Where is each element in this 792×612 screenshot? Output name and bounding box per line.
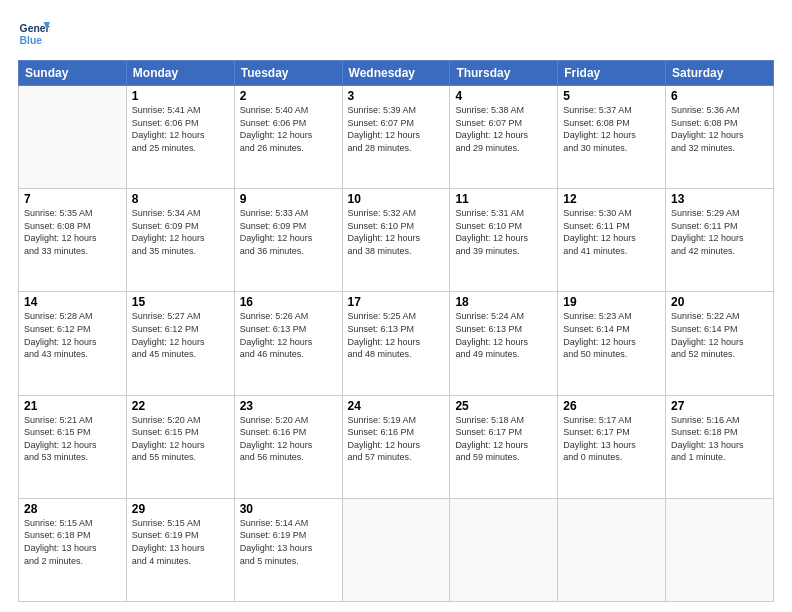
day-cell: 29Sunrise: 5:15 AM Sunset: 6:19 PM Dayli… bbox=[126, 498, 234, 601]
day-info: Sunrise: 5:20 AM Sunset: 6:16 PM Dayligh… bbox=[240, 414, 337, 464]
day-cell: 3Sunrise: 5:39 AM Sunset: 6:07 PM Daylig… bbox=[342, 86, 450, 189]
day-cell: 28Sunrise: 5:15 AM Sunset: 6:18 PM Dayli… bbox=[19, 498, 127, 601]
day-cell: 21Sunrise: 5:21 AM Sunset: 6:15 PM Dayli… bbox=[19, 395, 127, 498]
day-cell: 9Sunrise: 5:33 AM Sunset: 6:09 PM Daylig… bbox=[234, 189, 342, 292]
svg-text:Blue: Blue bbox=[20, 35, 43, 46]
day-info: Sunrise: 5:31 AM Sunset: 6:10 PM Dayligh… bbox=[455, 207, 552, 257]
header-cell-saturday: Saturday bbox=[666, 61, 774, 86]
week-row-1: 1Sunrise: 5:41 AM Sunset: 6:06 PM Daylig… bbox=[19, 86, 774, 189]
day-cell: 12Sunrise: 5:30 AM Sunset: 6:11 PM Dayli… bbox=[558, 189, 666, 292]
header-cell-wednesday: Wednesday bbox=[342, 61, 450, 86]
day-number: 18 bbox=[455, 295, 552, 309]
day-info: Sunrise: 5:39 AM Sunset: 6:07 PM Dayligh… bbox=[348, 104, 445, 154]
day-number: 3 bbox=[348, 89, 445, 103]
day-cell bbox=[558, 498, 666, 601]
day-number: 20 bbox=[671, 295, 768, 309]
day-cell: 10Sunrise: 5:32 AM Sunset: 6:10 PM Dayli… bbox=[342, 189, 450, 292]
day-cell: 27Sunrise: 5:16 AM Sunset: 6:18 PM Dayli… bbox=[666, 395, 774, 498]
day-number: 16 bbox=[240, 295, 337, 309]
day-number: 30 bbox=[240, 502, 337, 516]
day-number: 6 bbox=[671, 89, 768, 103]
day-info: Sunrise: 5:23 AM Sunset: 6:14 PM Dayligh… bbox=[563, 310, 660, 360]
day-number: 15 bbox=[132, 295, 229, 309]
header-cell-sunday: Sunday bbox=[19, 61, 127, 86]
day-info: Sunrise: 5:29 AM Sunset: 6:11 PM Dayligh… bbox=[671, 207, 768, 257]
header-cell-friday: Friday bbox=[558, 61, 666, 86]
day-cell: 11Sunrise: 5:31 AM Sunset: 6:10 PM Dayli… bbox=[450, 189, 558, 292]
day-cell: 20Sunrise: 5:22 AM Sunset: 6:14 PM Dayli… bbox=[666, 292, 774, 395]
day-info: Sunrise: 5:32 AM Sunset: 6:10 PM Dayligh… bbox=[348, 207, 445, 257]
day-number: 27 bbox=[671, 399, 768, 413]
day-info: Sunrise: 5:14 AM Sunset: 6:19 PM Dayligh… bbox=[240, 517, 337, 567]
week-row-4: 21Sunrise: 5:21 AM Sunset: 6:15 PM Dayli… bbox=[19, 395, 774, 498]
week-row-3: 14Sunrise: 5:28 AM Sunset: 6:12 PM Dayli… bbox=[19, 292, 774, 395]
day-number: 2 bbox=[240, 89, 337, 103]
day-info: Sunrise: 5:38 AM Sunset: 6:07 PM Dayligh… bbox=[455, 104, 552, 154]
day-info: Sunrise: 5:15 AM Sunset: 6:19 PM Dayligh… bbox=[132, 517, 229, 567]
day-cell: 2Sunrise: 5:40 AM Sunset: 6:06 PM Daylig… bbox=[234, 86, 342, 189]
day-cell: 30Sunrise: 5:14 AM Sunset: 6:19 PM Dayli… bbox=[234, 498, 342, 601]
day-cell: 16Sunrise: 5:26 AM Sunset: 6:13 PM Dayli… bbox=[234, 292, 342, 395]
logo: General Blue bbox=[18, 18, 50, 50]
main-container: General Blue SundayMondayTuesdayWednesda… bbox=[0, 0, 792, 612]
day-number: 29 bbox=[132, 502, 229, 516]
calendar-table: SundayMondayTuesdayWednesdayThursdayFrid… bbox=[18, 60, 774, 602]
day-info: Sunrise: 5:22 AM Sunset: 6:14 PM Dayligh… bbox=[671, 310, 768, 360]
day-cell: 8Sunrise: 5:34 AM Sunset: 6:09 PM Daylig… bbox=[126, 189, 234, 292]
day-number: 19 bbox=[563, 295, 660, 309]
day-cell: 1Sunrise: 5:41 AM Sunset: 6:06 PM Daylig… bbox=[126, 86, 234, 189]
day-cell: 22Sunrise: 5:20 AM Sunset: 6:15 PM Dayli… bbox=[126, 395, 234, 498]
day-info: Sunrise: 5:25 AM Sunset: 6:13 PM Dayligh… bbox=[348, 310, 445, 360]
day-number: 22 bbox=[132, 399, 229, 413]
logo-icon: General Blue bbox=[18, 18, 50, 50]
day-number: 1 bbox=[132, 89, 229, 103]
day-cell: 14Sunrise: 5:28 AM Sunset: 6:12 PM Dayli… bbox=[19, 292, 127, 395]
day-number: 11 bbox=[455, 192, 552, 206]
day-number: 23 bbox=[240, 399, 337, 413]
day-info: Sunrise: 5:28 AM Sunset: 6:12 PM Dayligh… bbox=[24, 310, 121, 360]
day-info: Sunrise: 5:16 AM Sunset: 6:18 PM Dayligh… bbox=[671, 414, 768, 464]
day-number: 28 bbox=[24, 502, 121, 516]
day-number: 21 bbox=[24, 399, 121, 413]
day-cell: 24Sunrise: 5:19 AM Sunset: 6:16 PM Dayli… bbox=[342, 395, 450, 498]
day-cell: 13Sunrise: 5:29 AM Sunset: 6:11 PM Dayli… bbox=[666, 189, 774, 292]
day-number: 24 bbox=[348, 399, 445, 413]
day-info: Sunrise: 5:36 AM Sunset: 6:08 PM Dayligh… bbox=[671, 104, 768, 154]
day-cell: 15Sunrise: 5:27 AM Sunset: 6:12 PM Dayli… bbox=[126, 292, 234, 395]
day-number: 12 bbox=[563, 192, 660, 206]
day-cell: 5Sunrise: 5:37 AM Sunset: 6:08 PM Daylig… bbox=[558, 86, 666, 189]
day-cell: 4Sunrise: 5:38 AM Sunset: 6:07 PM Daylig… bbox=[450, 86, 558, 189]
day-number: 7 bbox=[24, 192, 121, 206]
day-cell: 25Sunrise: 5:18 AM Sunset: 6:17 PM Dayli… bbox=[450, 395, 558, 498]
week-row-2: 7Sunrise: 5:35 AM Sunset: 6:08 PM Daylig… bbox=[19, 189, 774, 292]
header-cell-thursday: Thursday bbox=[450, 61, 558, 86]
day-info: Sunrise: 5:34 AM Sunset: 6:09 PM Dayligh… bbox=[132, 207, 229, 257]
day-number: 26 bbox=[563, 399, 660, 413]
day-info: Sunrise: 5:26 AM Sunset: 6:13 PM Dayligh… bbox=[240, 310, 337, 360]
day-number: 9 bbox=[240, 192, 337, 206]
day-number: 17 bbox=[348, 295, 445, 309]
day-cell: 19Sunrise: 5:23 AM Sunset: 6:14 PM Dayli… bbox=[558, 292, 666, 395]
day-info: Sunrise: 5:18 AM Sunset: 6:17 PM Dayligh… bbox=[455, 414, 552, 464]
day-info: Sunrise: 5:35 AM Sunset: 6:08 PM Dayligh… bbox=[24, 207, 121, 257]
header-cell-monday: Monday bbox=[126, 61, 234, 86]
day-number: 14 bbox=[24, 295, 121, 309]
day-cell bbox=[19, 86, 127, 189]
day-info: Sunrise: 5:21 AM Sunset: 6:15 PM Dayligh… bbox=[24, 414, 121, 464]
day-cell: 17Sunrise: 5:25 AM Sunset: 6:13 PM Dayli… bbox=[342, 292, 450, 395]
day-info: Sunrise: 5:20 AM Sunset: 6:15 PM Dayligh… bbox=[132, 414, 229, 464]
day-cell: 7Sunrise: 5:35 AM Sunset: 6:08 PM Daylig… bbox=[19, 189, 127, 292]
day-info: Sunrise: 5:24 AM Sunset: 6:13 PM Dayligh… bbox=[455, 310, 552, 360]
header-cell-tuesday: Tuesday bbox=[234, 61, 342, 86]
day-info: Sunrise: 5:15 AM Sunset: 6:18 PM Dayligh… bbox=[24, 517, 121, 567]
day-info: Sunrise: 5:27 AM Sunset: 6:12 PM Dayligh… bbox=[132, 310, 229, 360]
day-info: Sunrise: 5:19 AM Sunset: 6:16 PM Dayligh… bbox=[348, 414, 445, 464]
day-cell: 23Sunrise: 5:20 AM Sunset: 6:16 PM Dayli… bbox=[234, 395, 342, 498]
day-number: 25 bbox=[455, 399, 552, 413]
day-info: Sunrise: 5:40 AM Sunset: 6:06 PM Dayligh… bbox=[240, 104, 337, 154]
day-number: 4 bbox=[455, 89, 552, 103]
header-row: SundayMondayTuesdayWednesdayThursdayFrid… bbox=[19, 61, 774, 86]
day-info: Sunrise: 5:33 AM Sunset: 6:09 PM Dayligh… bbox=[240, 207, 337, 257]
day-cell: 26Sunrise: 5:17 AM Sunset: 6:17 PM Dayli… bbox=[558, 395, 666, 498]
day-info: Sunrise: 5:37 AM Sunset: 6:08 PM Dayligh… bbox=[563, 104, 660, 154]
